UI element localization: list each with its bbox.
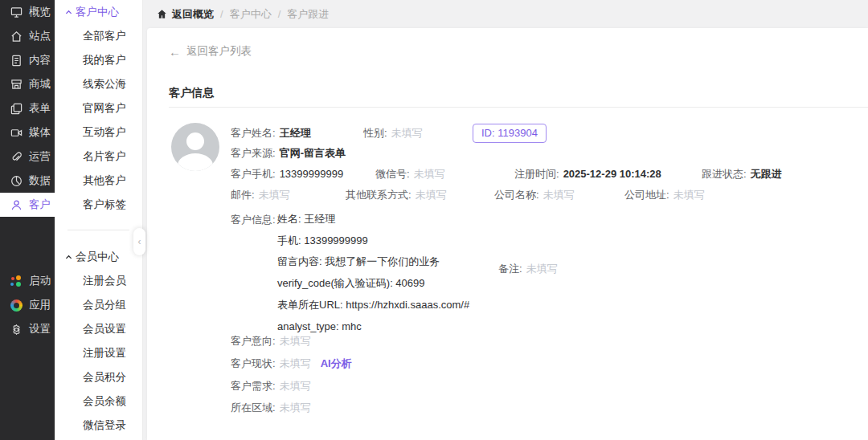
customer-detail-lines: 姓名: 王经理 手机: 13399999999 留言内容: 我想了解一下你们的业… <box>277 209 469 337</box>
sidebar-item-media[interactable]: 媒体 <box>0 120 55 145</box>
breadcrumb-customer-center[interactable]: 客户中心 <box>230 7 272 22</box>
sidebar-item-member-balance[interactable]: 会员余额 <box>55 389 142 414</box>
breadcrumb-home-label: 返回概览 <box>172 7 214 22</box>
data-icon <box>10 175 23 187</box>
field-customer-intention: 客户意向:未填写 <box>231 334 311 348</box>
breadcrumb-home[interactable]: 返回概览 <box>157 7 214 22</box>
sidebar-item-label: 概览 <box>29 5 51 19</box>
sidebar-item-member-settings[interactable]: 会员设置 <box>55 317 142 341</box>
sidebar-item-customer[interactable]: 客户 <box>0 193 55 217</box>
sidebar-item-all-customers[interactable]: 全部客户 <box>55 24 142 48</box>
customer-id-badge: ID: 1193904 <box>473 124 547 143</box>
sidebar-item-label: 设置 <box>29 322 51 336</box>
sidebar-item-label: 应用 <box>29 298 51 312</box>
sidebar-item-other-customers[interactable]: 其他客户 <box>55 169 142 193</box>
operation-icon <box>10 151 23 163</box>
chevron-up-icon <box>65 9 72 16</box>
breadcrumb: 返回概览 / 客户中心 / 客户跟进 <box>143 0 868 28</box>
sidebar-item-mall[interactable]: 商城 <box>0 72 55 96</box>
sidebar-item-label: 表单 <box>29 101 51 116</box>
sidebar-item-label: 站点 <box>29 29 51 43</box>
sidebar-item-wechat-login[interactable]: 微信登录 <box>55 414 142 438</box>
detail-line: 手机: 13399999999 <box>277 230 469 252</box>
field-customer-detail-label: 客户信息: <box>231 213 276 227</box>
site-home-icon <box>10 31 23 43</box>
sidebar-item-settings[interactable]: 设置 <box>0 317 55 341</box>
ai-analysis-link[interactable]: AI分析 <box>321 357 352 369</box>
field-customer-status: 客户现状:未填写AI分析 <box>231 356 352 371</box>
customer-detail-card: ← 返回客户列表 客户信息 客户姓名:王经理 性别:未填写 ID: 119390… <box>147 28 868 440</box>
chevron-left-icon: ‹ <box>138 236 141 247</box>
sidebar-item-overview[interactable]: 概览 <box>0 0 55 24</box>
sidebar-item-customer-tags[interactable]: 客户标签 <box>55 193 142 217</box>
field-company-name: 公司名称:未填写 <box>494 188 575 202</box>
sidebar-item-label: 商城 <box>29 77 51 92</box>
primary-sidebar: 概览 站点 内容 商城 表单 媒体 运营 数据 客户 启动 应用 <box>0 0 55 440</box>
home-icon <box>157 9 167 19</box>
sidebar-item-label: 运营 <box>29 149 51 164</box>
sidebar-item-member-groups[interactable]: 会员分组 <box>55 293 142 317</box>
launch-icon <box>10 275 23 287</box>
sidebar-item-label: 数据 <box>29 173 51 188</box>
secondary-sidebar: 客户中心 全部客户 我的客户 线索公海 官网客户 互动客户 名片客户 其他客户 … <box>55 0 143 440</box>
field-wechat: 微信号:未填写 <box>375 167 445 181</box>
detail-line: 表单所在URL: https://hzhxdi.saaas.com/# <box>277 295 469 316</box>
section-header-customer-center[interactable]: 客户中心 <box>55 0 142 24</box>
section-header-label: 客户中心 <box>76 5 119 19</box>
sidebar-item-member-points[interactable]: 会员积分 <box>55 365 142 389</box>
arrow-left-icon: ← <box>169 45 181 59</box>
breadcrumb-separator: / <box>278 8 281 20</box>
sidebar-item-lead-pool[interactable]: 线索公海 <box>55 72 142 96</box>
field-follow-status: 跟进状态:无跟进 <box>702 167 782 181</box>
sidebar-collapse-handle[interactable]: ‹ <box>133 228 145 255</box>
customer-icon <box>10 199 23 211</box>
sidebar-item-label: 启动 <box>29 274 51 288</box>
sidebar-item-register-settings[interactable]: 注册设置 <box>55 341 142 365</box>
sidebar-item-operation[interactable]: 运营 <box>0 145 55 169</box>
sidebar-item-registered-members[interactable]: 注册会员 <box>55 269 142 293</box>
sidebar-item-card-customers[interactable]: 名片客户 <box>55 145 142 169</box>
sidebar-item-label: 媒体 <box>29 125 51 140</box>
field-customer-name: 客户姓名:王经理 <box>231 126 311 141</box>
field-register-time: 注册时间:2025-12-29 10:14:28 <box>514 167 661 181</box>
sidebar-item-launch[interactable]: 启动 <box>0 269 55 293</box>
sidebar-item-site[interactable]: 站点 <box>0 24 55 48</box>
field-customer-source: 客户来源:官网-留言表单 <box>231 146 346 161</box>
field-other-contact: 其他联系方式:未填写 <box>346 188 447 202</box>
form-icon <box>10 103 23 115</box>
dashboard-icon <box>10 6 23 18</box>
apps-icon <box>10 299 23 312</box>
field-company-address: 公司地址:未填写 <box>624 188 705 202</box>
field-customer-phone: 客户手机:13399999999 <box>231 167 343 181</box>
sidebar-item-interactive-customers[interactable]: 互动客户 <box>55 120 142 145</box>
section-header-label: 会员中心 <box>76 250 119 264</box>
settings-icon <box>10 324 23 336</box>
chevron-up-icon <box>65 254 72 261</box>
sidebar-item-apps[interactable]: 应用 <box>0 293 55 317</box>
back-to-list-link[interactable]: ← 返回客户列表 <box>169 44 252 59</box>
content-doc-icon <box>10 55 23 67</box>
breadcrumb-customer-follow[interactable]: 客户跟进 <box>287 7 329 22</box>
detail-line: 姓名: 王经理 <box>277 209 469 230</box>
field-gender: 性别:未填写 <box>363 126 423 141</box>
field-remark: 备注:未填写 <box>498 262 558 276</box>
sidebar-item-label: 客户 <box>29 198 51 212</box>
page-title: 客户信息 <box>169 86 214 100</box>
sidebar-divider <box>68 230 129 230</box>
back-link-label: 返回客户列表 <box>186 44 252 59</box>
sidebar-item-content[interactable]: 内容 <box>0 48 55 72</box>
sidebar-item-form[interactable]: 表单 <box>0 96 55 120</box>
primary-sidebar-footer: 启动 应用 设置 <box>0 269 55 341</box>
sidebar-item-data[interactable]: 数据 <box>0 169 55 193</box>
sidebar-item-website-customers[interactable]: 官网客户 <box>55 96 142 120</box>
field-region: 所在区域:未填写 <box>231 401 311 415</box>
sidebar-item-label: 内容 <box>29 53 51 67</box>
divider <box>169 107 868 108</box>
media-icon <box>10 127 23 139</box>
sidebar-item-my-customers[interactable]: 我的客户 <box>55 48 142 72</box>
mall-icon <box>10 79 23 91</box>
detail-line: 留言内容: 我想了解一下你们的业务 <box>277 251 469 273</box>
section-header-member-center[interactable]: 会员中心 <box>55 245 142 269</box>
field-customer-demand: 客户需求:未填写 <box>231 379 311 393</box>
avatar <box>171 123 219 171</box>
